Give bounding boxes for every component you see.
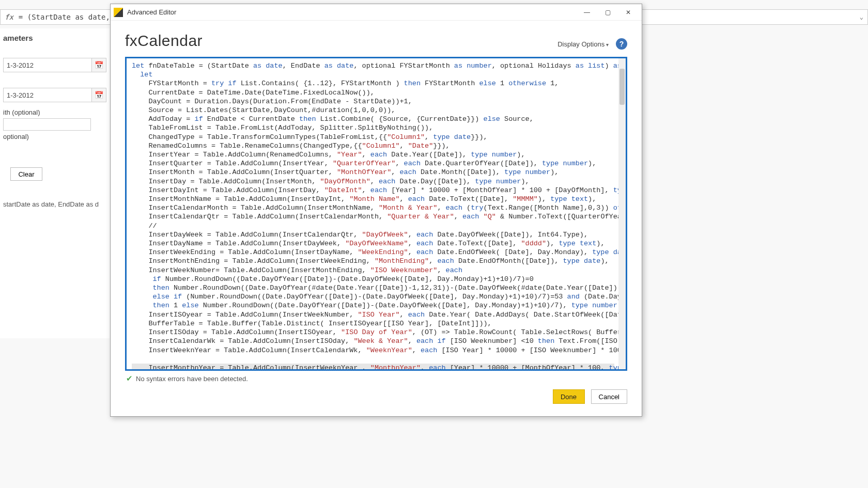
done-button[interactable]: Done [553,389,585,404]
function-signature: startDate as date, EndDate as d [3,200,106,208]
app-icon [114,8,123,17]
fx-label: fx [5,13,13,21]
scrollbar-thumb[interactable] [619,69,625,105]
titlebar: Advanced Editor — ▢ ✕ [111,4,642,21]
help-icon[interactable]: ? [616,38,627,50]
month-input[interactable] [3,118,91,131]
calendar-icon[interactable]: 📅 [92,88,106,102]
maximize-icon[interactable]: ▢ [597,6,618,19]
function-name: fxCalendar [125,32,203,50]
window-title: Advanced Editor [127,8,176,16]
start-date-input[interactable]: 1-3-2012 [3,58,92,72]
advanced-editor-dialog: Advanced Editor — ▢ ✕ fxCalendar Display… [110,4,642,417]
cancel-button[interactable]: Cancel [591,389,627,404]
calendar-icon[interactable]: 📅 [92,58,106,72]
expand-chevron-icon[interactable]: ⌄ [860,13,863,21]
check-icon: ✔ [126,374,133,383]
minimize-icon[interactable]: — [577,6,597,19]
display-options-dropdown[interactable]: Display Options [557,40,609,48]
end-date-row: 1-3-2012 📅 [3,88,106,102]
status-row: ✔ No syntax errors have been detected. [125,371,627,386]
start-date-row: 1-3-2012 📅 [3,58,106,72]
code-editor-frame: let fnDateTable = (StartDate as date, En… [125,57,627,371]
status-text: No syntax errors have been detected. [136,375,248,383]
close-icon[interactable]: ✕ [618,6,639,19]
panel-heading: ameters [3,34,106,42]
month-label: ith (optional) [3,108,106,116]
optional-label: optional) [3,133,106,140]
parameters-panel: ameters 1-3-2012 📅 1-3-2012 📅 ith (optio… [0,28,110,338]
clear-button[interactable]: Clear [10,167,42,181]
end-date-input[interactable]: 1-3-2012 [3,88,92,102]
code-editor[interactable]: let fnDateTable = (StartDate as date, En… [127,58,618,369]
vertical-scrollbar[interactable] [618,58,626,369]
